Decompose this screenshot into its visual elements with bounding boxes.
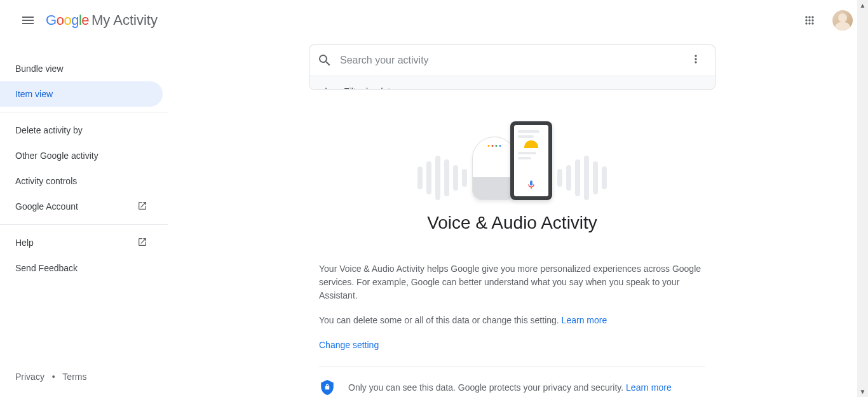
account-avatar[interactable] (832, 10, 853, 30)
search-card: Filter by date (309, 44, 715, 90)
privacy-text: Only you can see this data. Google prote… (348, 382, 626, 393)
search-icon (317, 53, 332, 68)
sidebar-item-other-activity[interactable]: Other Google activity (0, 143, 163, 168)
sidebar-item-item-view[interactable]: Item view (0, 81, 163, 107)
dot-separator: • (52, 372, 55, 382)
description-paragraph-1: Your Voice & Audio Activity helps Google… (319, 262, 705, 302)
learn-more-link[interactable]: Learn more (562, 315, 607, 325)
sidebar-item-label: Google Account (15, 201, 78, 212)
logo[interactable]: Google My Activity (46, 12, 158, 29)
external-link-icon (137, 201, 147, 213)
sidebar-item-label: Help (15, 238, 34, 248)
search-row (309, 45, 715, 76)
soundwave-right-icon (557, 156, 607, 200)
google-apps-button[interactable] (797, 8, 822, 33)
sidebar-item-label: Activity controls (15, 176, 77, 186)
plus-icon (320, 85, 332, 90)
description-paragraph-2: You can delete some or all of this data … (319, 314, 705, 327)
app-name: My Activity (92, 12, 158, 29)
vertical-scrollbar[interactable]: ▲ ▼ (857, 0, 868, 397)
main-content: Filter by date (168, 41, 857, 397)
sidebar-item-delete-activity[interactable]: Delete activity by (0, 118, 163, 143)
change-setting-link[interactable]: Change setting (319, 339, 705, 352)
sidebar-item-label: Bundle view (15, 64, 64, 74)
main-menu-button[interactable] (13, 5, 43, 36)
divider (319, 366, 705, 367)
hamburger-icon (20, 13, 36, 28)
external-link-icon (137, 237, 147, 249)
privacy-learn-more-link[interactable]: Learn more (626, 382, 672, 393)
sidebar: Bundle view Item view Delete activity by… (0, 41, 168, 397)
sidebar-item-label: Item view (15, 89, 53, 99)
header: Google My Activity (0, 0, 868, 41)
scroll-down-arrow-icon[interactable]: ▼ (857, 386, 868, 397)
sidebar-footer: Privacy • Terms (15, 372, 86, 382)
sidebar-item-google-account[interactable]: Google Account (0, 194, 163, 219)
privacy-link[interactable]: Privacy (15, 372, 44, 382)
sidebar-item-label: Send Feedback (15, 263, 78, 273)
google-logo-text: Google (46, 12, 89, 29)
description-text: You can delete some or all of this data … (319, 315, 562, 325)
taco-icon (524, 140, 538, 148)
sidebar-item-label: Delete activity by (15, 125, 83, 135)
sidebar-item-help[interactable]: Help (0, 230, 163, 255)
apps-grid-icon (803, 14, 816, 27)
scroll-up-arrow-icon[interactable]: ▲ (857, 0, 868, 11)
shield-lock-icon (319, 378, 336, 397)
sidebar-item-activity-controls[interactable]: Activity controls (0, 168, 163, 194)
privacy-notice: Only you can see this data. Google prote… (319, 378, 705, 397)
microphone-icon (526, 180, 536, 190)
search-more-button[interactable] (684, 48, 707, 73)
hero-illustration (309, 105, 715, 200)
sidebar-item-bundle-view[interactable]: Bundle view (0, 56, 163, 81)
sidebar-item-send-feedback[interactable]: Send Feedback (0, 255, 163, 281)
terms-link[interactable]: Terms (62, 372, 86, 382)
divider (0, 224, 168, 225)
filter-label: Filter by date (344, 86, 395, 90)
hero: Voice & Audio Activity (309, 105, 715, 233)
soundwave-left-icon (417, 156, 467, 200)
more-vert-icon (689, 53, 702, 65)
sidebar-item-label: Other Google activity (15, 151, 98, 161)
phone-device-icon (510, 121, 552, 200)
filter-by-date-button[interactable]: Filter by date (309, 76, 715, 90)
divider (0, 112, 168, 112)
page-title: Voice & Audio Activity (309, 213, 715, 233)
search-input[interactable] (340, 55, 684, 66)
body-text: Your Voice & Audio Activity helps Google… (319, 262, 705, 397)
